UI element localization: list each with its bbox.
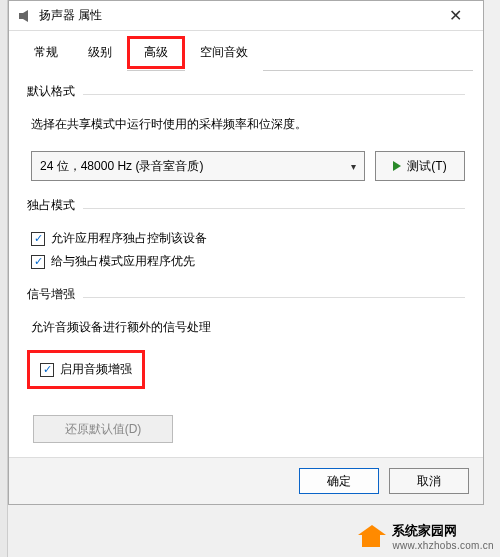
watermark: 系统家园网 www.xhzhobs.com.cn (358, 522, 494, 551)
default-format-desc: 选择在共享模式中运行时使用的采样频率和位深度。 (31, 116, 465, 133)
checkbox-icon (40, 363, 54, 377)
enhance-desc: 允许音频设备进行额外的信号处理 (31, 319, 465, 336)
ok-button[interactable]: 确定 (299, 468, 379, 494)
tab-spatial[interactable]: 空间音效 (185, 38, 263, 71)
house-icon (358, 525, 386, 549)
default-format-title: 默认格式 (27, 83, 75, 100)
speaker-properties-window: 扬声器 属性 ✕ 常规 级别 高级 空间音效 默认格式 选择在共享模式中运行时使… (8, 0, 484, 505)
checkbox-icon (31, 255, 45, 269)
divider (83, 297, 465, 298)
svg-marker-1 (23, 10, 28, 22)
tab-advanced[interactable]: 高级 (127, 36, 185, 69)
exclusive-priority-row[interactable]: 给与独占模式应用程序优先 (31, 253, 465, 270)
tabs-bar: 常规 级别 高级 空间音效 (9, 31, 483, 71)
sample-format-select[interactable]: 24 位，48000 Hz (录音室音质) ▾ (31, 151, 365, 181)
tab-levels[interactable]: 级别 (73, 38, 127, 71)
signal-enhance-group: 信号增强 允许音频设备进行额外的信号处理 启用音频增强 (27, 286, 465, 399)
default-format-group: 默认格式 选择在共享模式中运行时使用的采样频率和位深度。 24 位，48000 … (27, 83, 465, 181)
chevron-down-icon: ▾ (351, 161, 356, 172)
tab-general[interactable]: 常规 (19, 38, 73, 71)
enable-enhance-label: 启用音频增强 (60, 361, 132, 378)
watermark-url: www.xhzhobs.com.cn (392, 540, 494, 551)
dialog-footer: 确定 取消 (9, 457, 483, 504)
window-title: 扬声器 属性 (39, 7, 435, 24)
enhance-title: 信号增强 (27, 286, 75, 303)
divider (83, 208, 465, 209)
titlebar: 扬声器 属性 ✕ (9, 1, 483, 31)
left-panel-edge (0, 0, 8, 557)
exclusive-allow-label: 允许应用程序独占控制该设备 (51, 230, 207, 247)
speaker-icon (17, 8, 33, 24)
checkbox-icon (31, 232, 45, 246)
exclusive-allow-row[interactable]: 允许应用程序独占控制该设备 (31, 230, 465, 247)
restore-defaults-button: 还原默认值(D) (33, 415, 173, 443)
sample-format-value: 24 位，48000 Hz (录音室音质) (40, 158, 203, 175)
svg-rect-0 (19, 13, 23, 19)
divider (83, 94, 465, 95)
enable-enhance-row[interactable]: 启用音频增强 (27, 350, 145, 389)
watermark-name: 系统家园网 (392, 523, 457, 538)
exclusive-priority-label: 给与独占模式应用程序优先 (51, 253, 195, 270)
test-button[interactable]: 测试(T) (375, 151, 465, 181)
exclusive-title: 独占模式 (27, 197, 75, 214)
play-icon (393, 161, 401, 171)
test-button-label: 测试(T) (407, 158, 446, 175)
tab-content: 默认格式 选择在共享模式中运行时使用的采样频率和位深度。 24 位，48000 … (9, 71, 483, 457)
cancel-button[interactable]: 取消 (389, 468, 469, 494)
exclusive-mode-group: 独占模式 允许应用程序独占控制该设备 给与独占模式应用程序优先 (27, 197, 465, 270)
close-button[interactable]: ✕ (435, 6, 475, 25)
